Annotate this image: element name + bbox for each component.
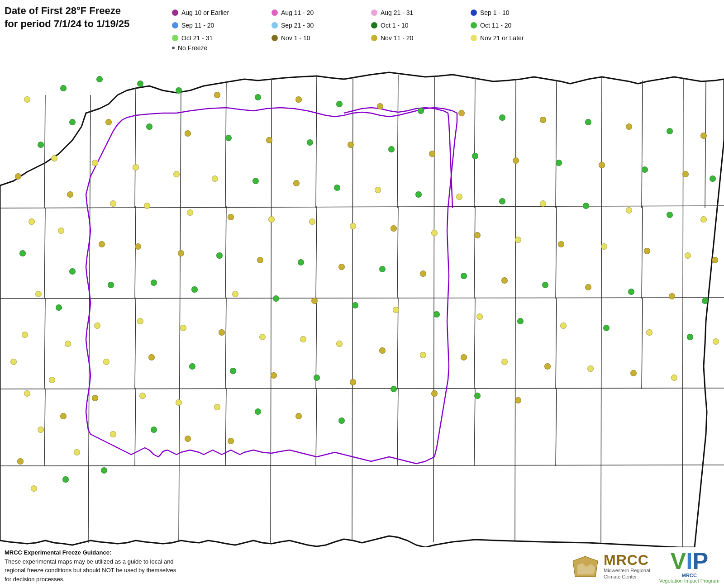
legend-dot-sep21-30 [272, 22, 278, 28]
legend-label-aug21-31: Aug 21 - 31 [381, 9, 413, 16]
legend-item-aug11-20: Aug 11 - 20 [272, 6, 371, 19]
legend-label-sep1-10: Sep 1 - 10 [480, 9, 510, 16]
footer-disclaimer-title: MRCC Experimental Freeze Guidance: [5, 549, 111, 556]
legend-item-aug21-31: Aug 21 - 31 [371, 6, 471, 19]
legend-item-sep21-30: Sep 21 - 30 [272, 19, 371, 32]
mrcc-map-icon [571, 554, 600, 579]
legend-label-nov11-20: Nov 11 - 20 [381, 34, 413, 42]
footer-logos: MRCC Midwestern RegionalClimate Center V… [571, 549, 719, 583]
legend-item-sep11-20: Sep 11 - 20 [172, 19, 272, 32]
vip-logo: VIP MRCC Vegetation Impact Program [659, 549, 719, 583]
mrcc-full-name: Midwestern RegionalClimate Center [604, 567, 650, 580]
legend-label-oct1-10: Oct 1 - 10 [381, 22, 408, 29]
legend-item-oct1-10: Oct 1 - 10 [371, 19, 471, 32]
map-container: Date of First 28°F Freeze for period 7/1… [0, 0, 724, 588]
legend-dot-sep11-20 [172, 22, 178, 28]
legend-dot-sep1-10 [471, 9, 477, 16]
legend-item-aug10-earlier: Aug 10 or Earlier [172, 6, 272, 19]
legend-dot-nov21-later [471, 35, 477, 41]
mrcc-logo: MRCC Midwestern RegionalClimate Center [571, 553, 650, 580]
legend-label-nov1-10: Nov 1 - 10 [281, 34, 310, 42]
legend-dot-nov1-10 [272, 35, 278, 41]
legend-label-sep11-20: Sep 11 - 20 [181, 22, 214, 29]
footer-disclaimer: MRCC Experimental Freeze Guidance:These … [5, 548, 176, 583]
legend-dot-nov11-20 [371, 35, 377, 41]
legend-dot-aug21-31 [371, 9, 377, 16]
legend-item-nov21-later: Nov 21 or Later [471, 32, 570, 44]
vip-sub2: Vegetation Impact Program [659, 578, 719, 583]
legend-items: Aug 10 or EarlierAug 11 - 20Aug 21 - 31S… [172, 6, 570, 52]
legend-label-oct21-31: Oct 21 - 31 [181, 34, 213, 42]
legend-dot-oct11-20 [471, 22, 477, 28]
legend-item-nov1-10: Nov 1 - 10 [272, 32, 371, 44]
legend-label-nov21-later: Nov 21 or Later [480, 34, 524, 42]
legend-item-nov11-20: Nov 11 - 20 [371, 32, 471, 44]
legend-item-oct11-20: Oct 11 - 20 [471, 19, 570, 32]
vip-sub: MRCC [682, 573, 697, 578]
map-svg [0, 50, 724, 547]
legend-dot-aug11-20 [272, 9, 278, 16]
legend-dot-oct1-10 [371, 22, 377, 28]
footer: MRCC Experimental Freeze Guidance:These … [5, 548, 719, 583]
legend-dot-aug10-earlier [172, 9, 178, 16]
legend-item-sep1-10: Sep 1 - 10 [471, 6, 570, 19]
legend-dot-no-freeze [172, 47, 175, 49]
legend-label-sep21-30: Sep 21 - 30 [281, 22, 314, 29]
legend: Date of First 28°F Freeze for period 7/1… [5, 5, 719, 52]
legend-item-oct21-31: Oct 21 - 31 [172, 32, 272, 44]
title-block: Date of First 28°F Freeze for period 7/1… [5, 5, 163, 30]
legend-dot-oct21-31 [172, 35, 178, 41]
mrcc-text: MRCC Midwestern RegionalClimate Center [604, 553, 650, 580]
legend-label-oct11-20: Oct 11 - 20 [480, 22, 511, 29]
legend-label-aug11-20: Aug 11 - 20 [281, 9, 314, 16]
legend-label-aug10-earlier: Aug 10 or Earlier [181, 9, 229, 16]
map-title: Date of First 28°F Freeze for period 7/1… [5, 5, 163, 30]
